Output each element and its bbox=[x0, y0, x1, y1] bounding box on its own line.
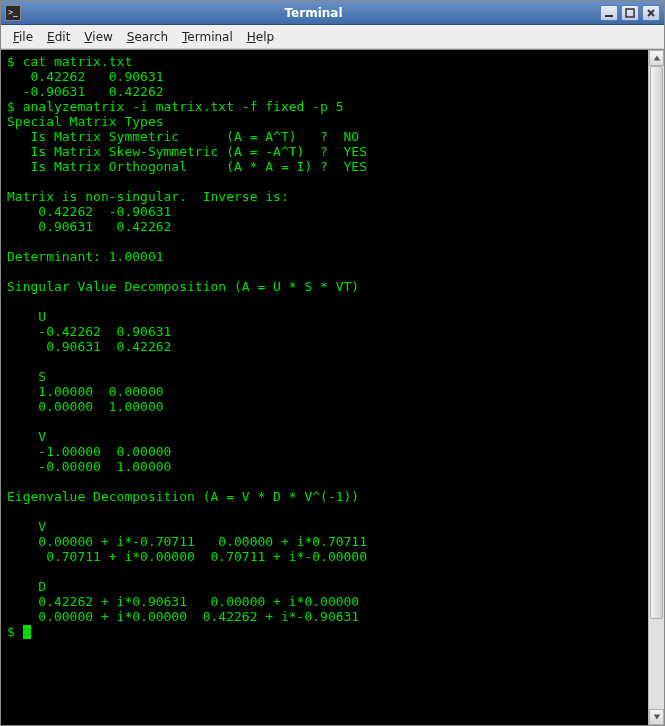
minimize-button[interactable] bbox=[600, 5, 618, 21]
menu-help[interactable]: Help bbox=[241, 27, 280, 47]
scroll-track[interactable] bbox=[649, 66, 664, 709]
svg-marker-4 bbox=[653, 56, 659, 61]
window-buttons bbox=[600, 5, 660, 21]
titlebar[interactable]: Terminal bbox=[1, 1, 664, 25]
chevron-down-icon bbox=[653, 713, 661, 721]
menu-terminal[interactable]: Terminal bbox=[176, 27, 239, 47]
terminal-icon bbox=[5, 5, 21, 21]
menu-file[interactable]: File bbox=[7, 27, 39, 47]
maximize-icon bbox=[625, 8, 635, 18]
scroll-down-button[interactable] bbox=[649, 709, 664, 725]
svg-rect-0 bbox=[605, 15, 613, 17]
chevron-up-icon bbox=[653, 54, 661, 62]
menubar: File Edit View Search Terminal Help bbox=[1, 25, 664, 49]
terminal-area: $ cat matrix.txt 0.42262 0.90631 -0.9063… bbox=[1, 49, 664, 725]
window-title: Terminal bbox=[27, 6, 600, 20]
terminal-window: Terminal File Edit View Search Terminal … bbox=[0, 0, 665, 726]
terminal-content[interactable]: $ cat matrix.txt 0.42262 0.90631 -0.9063… bbox=[1, 50, 648, 725]
minimize-icon bbox=[604, 8, 614, 18]
svg-rect-1 bbox=[626, 9, 634, 17]
close-icon bbox=[646, 8, 656, 18]
close-button[interactable] bbox=[642, 5, 660, 21]
cursor bbox=[23, 625, 31, 639]
menu-search[interactable]: Search bbox=[121, 27, 174, 47]
prompt: $ bbox=[7, 624, 23, 639]
scroll-up-button[interactable] bbox=[649, 50, 664, 66]
scrollbar[interactable] bbox=[648, 50, 664, 725]
maximize-button[interactable] bbox=[621, 5, 639, 21]
menu-edit[interactable]: Edit bbox=[41, 27, 76, 47]
menu-view[interactable]: View bbox=[78, 27, 118, 47]
svg-marker-5 bbox=[653, 715, 659, 720]
scroll-thumb[interactable] bbox=[650, 66, 663, 619]
